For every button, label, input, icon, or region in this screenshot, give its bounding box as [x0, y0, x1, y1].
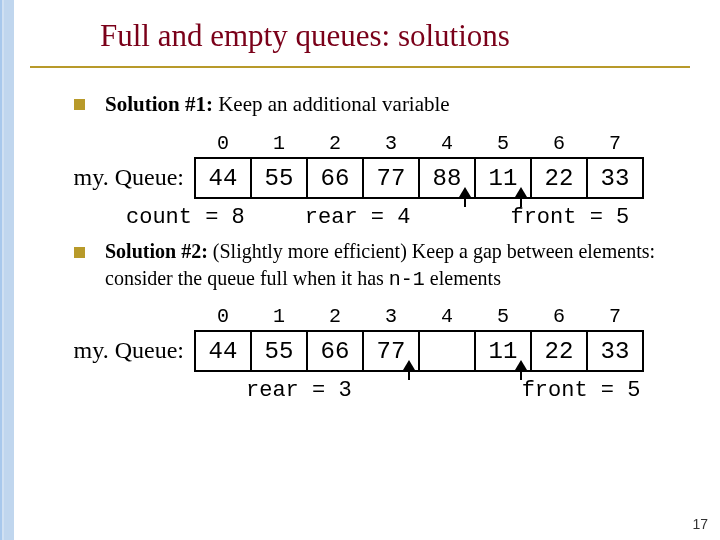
queue-1-cell-1: 55 — [251, 158, 307, 198]
queue-1-cell-7: 33 — [587, 158, 643, 198]
queue-1-count: count = 8 — [126, 205, 245, 230]
bullet-square-icon — [74, 99, 85, 110]
queue-2-cell-1: 55 — [251, 331, 307, 371]
queue-2-label: my. Queue: — [56, 337, 184, 372]
queue-2-idx-6: 6 — [531, 305, 587, 331]
queue-1-idx-7: 7 — [587, 132, 643, 158]
queue-2-cell-0: 44 — [195, 331, 251, 371]
queue-2-block: my. Queue: 0 1 2 3 4 5 6 7 44 55 66 77 — [56, 305, 690, 403]
queue-2-rear: rear = 3 — [246, 378, 352, 403]
bullet-solution-1: Solution #1: Keep an additional variable — [74, 90, 690, 118]
queue-2-cell-6: 22 — [531, 331, 587, 371]
queue-2-cell-4 — [419, 331, 475, 371]
queue-2-info-row: rear = 3 front = 5 — [246, 378, 690, 403]
queue-1-idx-0: 0 — [195, 132, 251, 158]
queue-2-idx-5: 5 — [475, 305, 531, 331]
queue-2-index-row: 0 1 2 3 4 5 6 7 — [195, 305, 643, 331]
queue-1-cell-0: 44 — [195, 158, 251, 198]
queue-2-idx-7: 7 — [587, 305, 643, 331]
queue-2-cells-row: 44 55 66 77 11 22 33 — [195, 331, 643, 371]
queue-1-index-row: 0 1 2 3 4 5 6 7 — [195, 132, 643, 158]
queue-1-block: my. Queue: 0 1 2 3 4 5 6 7 44 55 66 77 — [56, 132, 690, 230]
queue-1-idx-4: 4 — [419, 132, 475, 158]
queue-1-cells-row: 44 55 66 77 88 11 22 33 — [195, 158, 643, 198]
queue-1-idx-5: 5 — [475, 132, 531, 158]
queue-1-array: 0 1 2 3 4 5 6 7 44 55 66 77 88 11 22 — [194, 132, 644, 199]
queue-1-rear: rear = 4 — [305, 205, 411, 230]
queue-2-idx-1: 1 — [251, 305, 307, 331]
queue-1-info-row: count = 8 rear = 4 front = 5 — [126, 205, 690, 230]
queue-2-cell-2: 66 — [307, 331, 363, 371]
queue-1-cell-6: 22 — [531, 158, 587, 198]
queue-2-idx-0: 0 — [195, 305, 251, 331]
queue-1-idx-3: 3 — [363, 132, 419, 158]
bullet-solution-2: Solution #2: (Slightly more efficient) K… — [74, 238, 690, 293]
bullet-2-code: n-1 — [389, 268, 425, 291]
queue-2-array: 0 1 2 3 4 5 6 7 44 55 66 77 11 22 — [194, 305, 644, 372]
queue-2-idx-4: 4 — [419, 305, 475, 331]
decorative-stripe — [0, 0, 14, 540]
queue-1-cell-3: 77 — [363, 158, 419, 198]
bullet-square-icon — [74, 247, 85, 258]
queue-2-idx-3: 3 — [363, 305, 419, 331]
slide-body: Solution #1: Keep an additional variable… — [0, 68, 720, 403]
page-number: 17 — [692, 516, 708, 532]
queue-2-row: my. Queue: 0 1 2 3 4 5 6 7 44 55 66 77 — [56, 305, 690, 372]
bullet-2-bold: Solution #2: — [105, 240, 208, 262]
queue-2-front: front = 5 — [522, 378, 641, 403]
queue-1-front: front = 5 — [510, 205, 629, 230]
queue-1-cell-2: 66 — [307, 158, 363, 198]
queue-1-idx-2: 2 — [307, 132, 363, 158]
bullet-1-rest: Keep an additional variable — [213, 92, 450, 116]
queue-1-idx-6: 6 — [531, 132, 587, 158]
bullet-2-text: Solution #2: (Slightly more efficient) K… — [105, 238, 690, 293]
bullet-1-text: Solution #1: Keep an additional variable — [105, 90, 450, 118]
queue-2-idx-2: 2 — [307, 305, 363, 331]
slide-title: Full and empty queues: solutions — [0, 0, 720, 62]
bullet-2-end: elements — [425, 267, 501, 289]
queue-2-cell-7: 33 — [587, 331, 643, 371]
bullet-1-bold: Solution #1: — [105, 92, 213, 116]
queue-1-idx-1: 1 — [251, 132, 307, 158]
queue-1-label: my. Queue: — [56, 164, 184, 199]
queue-1-row: my. Queue: 0 1 2 3 4 5 6 7 44 55 66 77 — [56, 132, 690, 199]
